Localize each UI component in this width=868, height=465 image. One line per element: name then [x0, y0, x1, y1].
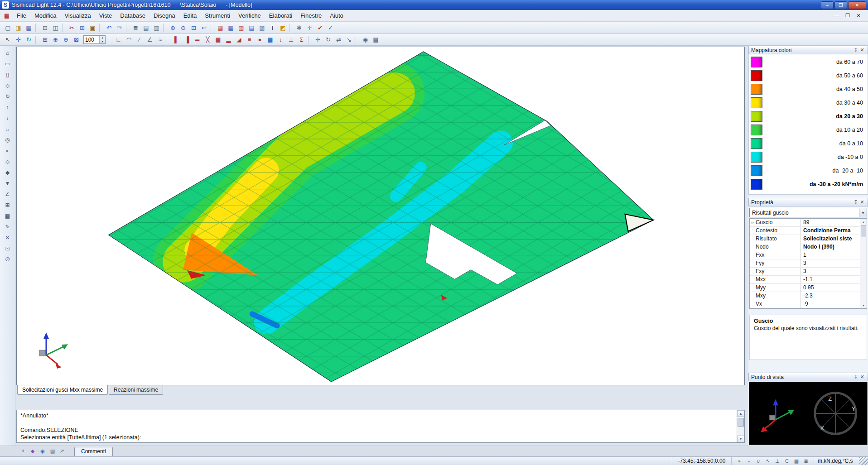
- arc-icon[interactable]: ◠: [124, 35, 134, 45]
- database-levels-icon[interactable]: ▤: [246, 23, 257, 33]
- magnet-status-icon[interactable]: ∪: [754, 457, 762, 465]
- open-icon[interactable]: ◨: [13, 23, 24, 33]
- beam-icon[interactable]: ═: [192, 35, 203, 45]
- view-top-icon[interactable]: ⌂: [2, 48, 14, 58]
- mdi-restore-button[interactable]: ❐: [844, 13, 852, 19]
- scrollbar-thumb[interactable]: [861, 225, 866, 237]
- wall-icon[interactable]: ▌: [171, 35, 182, 45]
- maximize-button[interactable]: ❐: [834, 1, 847, 9]
- zoom-in-icon-2[interactable]: ⊕: [50, 35, 61, 45]
- property-grid-scrollbar[interactable]: ▲ ▼: [860, 219, 867, 308]
- zoom-spin-down-icon[interactable]: ▾: [100, 40, 105, 44]
- tools-icon[interactable]: ✛: [304, 23, 315, 33]
- print-preview-icon[interactable]: ◫: [50, 23, 61, 33]
- support-icon[interactable]: ⊥: [286, 35, 296, 45]
- select-box-icon[interactable]: ⊡: [2, 243, 14, 254]
- clear-selection-icon[interactable]: ∅: [2, 254, 14, 265]
- viewpoint-widget[interactable]: Z Y X: [749, 382, 868, 445]
- property-row[interactable]: Vx -9: [750, 300, 860, 308]
- snap-icon[interactable]: ⊞: [2, 200, 14, 211]
- stretch-icon[interactable]: ↘: [344, 35, 354, 45]
- keyboard-status-icon[interactable]: ≣: [802, 457, 810, 465]
- menu-database[interactable]: Database: [116, 11, 149, 20]
- level-up-icon[interactable]: ↑: [2, 102, 14, 113]
- stair-icon[interactable]: ≡: [244, 35, 255, 45]
- pin-icon[interactable]: ↧: [853, 199, 859, 205]
- model-canvas[interactable]: [16, 47, 745, 385]
- property-row[interactable]: Risultato Sollecitazioni siste: [750, 235, 860, 243]
- resize-grip[interactable]: [859, 457, 868, 465]
- results-type-select[interactable]: Risultati guscio ▾: [749, 208, 867, 217]
- property-row[interactable]: Mxx -1.1: [750, 276, 860, 284]
- menu-file[interactable]: File: [13, 11, 30, 20]
- zoom-spinner[interactable]: ▴ ▾: [99, 36, 105, 43]
- color-palette-icon[interactable]: ◩: [278, 23, 288, 33]
- menu-edita[interactable]: Edita: [179, 11, 201, 20]
- database-sections-icon[interactable]: ▦: [215, 23, 226, 33]
- paste-icon[interactable]: ▣: [87, 23, 98, 33]
- view-axono-icon[interactable]: ◇: [2, 80, 14, 91]
- errors-filter-icon[interactable]: ‼: [18, 447, 27, 455]
- mdi-minimize-button[interactable]: —: [833, 13, 841, 19]
- erase-icon[interactable]: ✕: [2, 232, 14, 243]
- verify-icon[interactable]: ✓: [325, 23, 336, 33]
- filter-icon[interactable]: ▼: [2, 178, 14, 189]
- scroll-down-icon[interactable]: ▼: [860, 302, 867, 308]
- move-icon[interactable]: ✛: [313, 35, 323, 45]
- command-scrollbar[interactable]: ▲ ▼: [737, 410, 744, 442]
- level-down-icon[interactable]: ↓: [2, 113, 14, 124]
- menu-visualizza[interactable]: Visualizza: [60, 11, 95, 20]
- annotate-icon[interactable]: ✎: [2, 221, 14, 232]
- text-style-icon[interactable]: T: [267, 23, 278, 33]
- camera-icon[interactable]: ◉: [360, 35, 371, 45]
- view-front-icon[interactable]: ▭: [2, 58, 14, 69]
- view-rotate-icon[interactable]: ↻: [2, 91, 14, 102]
- scroll-down-icon[interactable]: ▼: [737, 436, 744, 442]
- command-area[interactable]: *Annullato*Comando:SELEZIONESelezionare …: [16, 410, 745, 443]
- property-row[interactable]: Fyy 3: [750, 259, 860, 268]
- cursor-status-icon[interactable]: ↖: [764, 457, 772, 465]
- menu-viste[interactable]: Viste: [95, 11, 116, 20]
- close-icon[interactable]: ✕: [859, 374, 865, 380]
- wireframe-icon[interactable]: ◇: [2, 156, 14, 167]
- slab-icon[interactable]: ▦: [213, 35, 223, 45]
- snap-status-icon[interactable]: ●: [735, 457, 743, 465]
- legend-row[interactable]: da 0 a 10: [749, 137, 868, 150]
- pan-view-icon[interactable]: ↔: [2, 124, 14, 134]
- combination-icon[interactable]: Σ: [296, 35, 307, 45]
- legend-row[interactable]: da 60 a 70: [749, 55, 868, 69]
- legend-row[interactable]: da 40 a 50: [749, 82, 868, 96]
- hint-status-icon[interactable]: ◒: [745, 457, 753, 465]
- zoom-in-icon[interactable]: ⊕: [168, 23, 178, 33]
- grid-icon[interactable]: ▦: [2, 211, 14, 221]
- property-row[interactable]: Fxy 3: [750, 268, 860, 276]
- scroll-up-icon[interactable]: ▲: [860, 219, 867, 225]
- dropdown-arrow-icon[interactable]: ▾: [859, 208, 867, 217]
- print-icon[interactable]: ⊟: [40, 23, 50, 33]
- property-row[interactable]: Fxx 1: [750, 251, 860, 259]
- zoom-out-icon[interactable]: ⊖: [178, 23, 188, 33]
- tab-reazioni-massime[interactable]: Reazioni massime: [109, 385, 163, 395]
- pillar-icon[interactable]: ▐: [182, 35, 192, 45]
- property-row[interactable]: Contesto Condizione Perma: [750, 227, 860, 235]
- scrollbar-thumb[interactable]: [738, 418, 744, 427]
- minimize-button[interactable]: –: [821, 1, 834, 9]
- celsius-status-icon[interactable]: C: [783, 457, 791, 465]
- zoom-window-icon[interactable]: ⊞: [40, 35, 50, 45]
- property-row[interactable]: Myy 0.95: [750, 284, 860, 292]
- mirror-icon[interactable]: ⇄: [333, 35, 344, 45]
- legend-row[interactable]: da 20 a 30: [749, 110, 868, 123]
- database-materials-icon[interactable]: ▦: [226, 23, 236, 33]
- save-icon[interactable]: ▦: [24, 23, 34, 33]
- ucs-icon[interactable]: ∟: [113, 35, 124, 45]
- grid-status-icon[interactable]: ▦: [792, 457, 800, 465]
- title-bar[interactable]: S Sismicad Light 12.4 - C:\Ufficio\Uffic…: [0, 0, 868, 10]
- foundation-icon[interactable]: ▂: [223, 35, 234, 45]
- rotate-icon[interactable]: ↻: [323, 35, 333, 45]
- ortho-status-icon[interactable]: ⊥: [773, 457, 781, 465]
- redo-icon[interactable]: ↷: [114, 23, 125, 33]
- close-icon[interactable]: ✕: [859, 199, 865, 205]
- menu-elaborati[interactable]: Elaborati: [265, 11, 296, 20]
- zoom-out-icon-2[interactable]: ⊖: [61, 35, 71, 45]
- report-icon[interactable]: ▤: [371, 35, 381, 45]
